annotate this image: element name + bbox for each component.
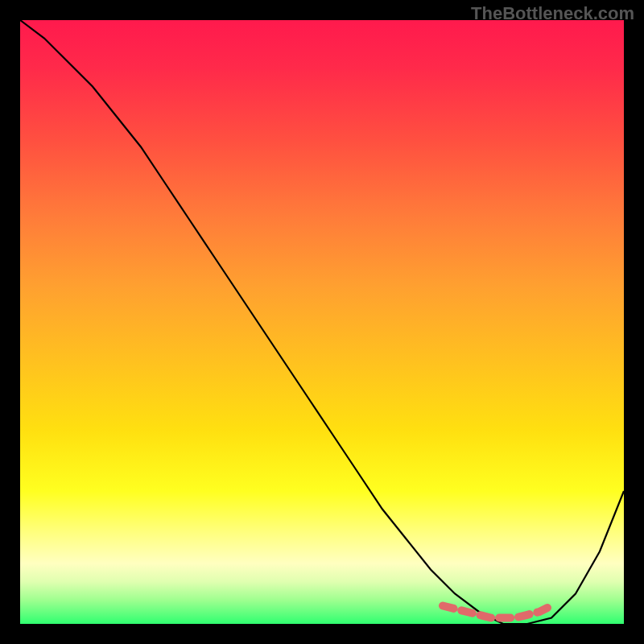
plot-area: [20, 20, 624, 624]
bottleneck-curve-path: [20, 20, 624, 624]
watermark-text: TheBottleneck.com: [471, 3, 634, 24]
highlight-band-path: [443, 606, 551, 618]
chart-svg: [20, 20, 624, 624]
